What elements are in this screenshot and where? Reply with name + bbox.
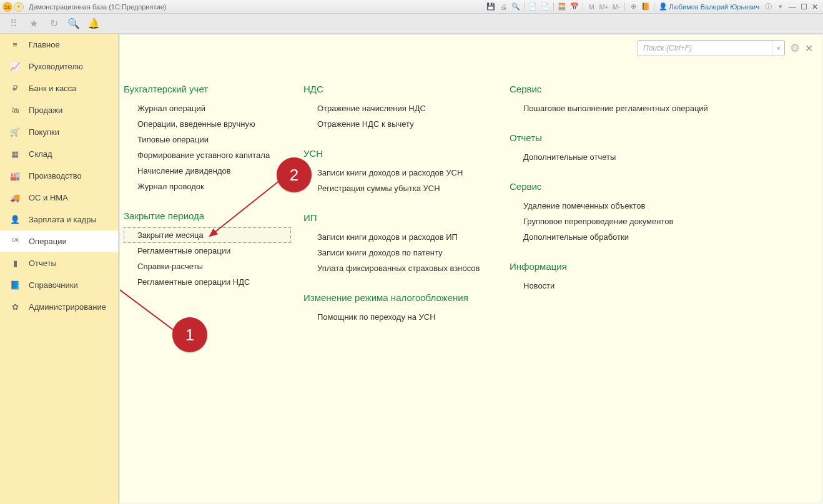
group-tax-mode: Изменение режима налогообложения <box>303 292 497 303</box>
group-ip: ИП <box>303 212 497 223</box>
dropdown-icon[interactable]: ▾ <box>775 1 786 12</box>
print-icon[interactable]: 🖨 <box>498 1 509 12</box>
link-nds-accrual[interactable]: Отражение начисления НДС <box>303 101 497 116</box>
apps-icon[interactable]: ⠿ <box>5 15 22 32</box>
link-ip-book[interactable]: Записи книги доходов и расходов ИП <box>303 229 497 245</box>
memory-m-icon[interactable]: M <box>586 1 597 12</box>
user-icon: 👤 <box>659 2 668 11</box>
annotation-badge-1: 1 <box>172 317 207 352</box>
search-icon[interactable]: 🔍 <box>65 15 82 32</box>
sidebar-item-purchase[interactable]: 🛒Покупки <box>0 121 118 143</box>
group-reports: Отчеты <box>510 132 722 143</box>
group-nds: НДС <box>303 84 497 94</box>
gear-icon: ✿ <box>9 301 21 314</box>
chart-up-icon: 📈 <box>9 61 21 73</box>
user-name[interactable]: 👤Любимов Валерий Юрьевич <box>659 2 759 11</box>
link-ip-patent[interactable]: Записи книги доходов по патенту <box>303 245 497 260</box>
save-icon[interactable]: 💾 <box>485 1 496 12</box>
link-nds-deduction[interactable]: Отражение НДС к вычету <box>303 116 497 132</box>
link-reg-operations[interactable]: Регламентные операции <box>124 243 291 259</box>
doc1-icon[interactable]: 📄 <box>527 1 538 12</box>
book-icon: 📘 <box>9 279 21 292</box>
group-usn: УСН <box>303 148 497 159</box>
link-usn-loss[interactable]: Регистрация суммы убытка УСН <box>303 180 497 196</box>
group-info: Информация <box>510 261 722 272</box>
bell-icon[interactable]: 🔔 <box>85 15 102 32</box>
sidebar-item-admin[interactable]: ✿Администрирование <box>0 296 118 318</box>
link-dividends[interactable]: Начисление дивидендов <box>124 163 291 179</box>
link-extra-processing[interactable]: Дополнительные обработки <box>510 229 722 245</box>
sidebar-item-sales[interactable]: 🛍Продажи <box>0 99 118 121</box>
app-logo-icon: 1c <box>2 2 12 12</box>
link-group-repost[interactable]: Групповое перепроведение документов <box>510 214 722 229</box>
settings-gear-icon[interactable]: ⚙ <box>790 41 800 55</box>
link-ip-fixed[interactable]: Уплата фиксированных страховых взносов <box>303 260 497 276</box>
link-journal-operations[interactable]: Журнал операций <box>124 101 291 116</box>
app-menu-dropdown[interactable]: ▾ <box>14 2 24 12</box>
sidebar-item-manager[interactable]: 📈Руководителю <box>0 56 118 77</box>
sidebar-item-operations[interactable]: ᴰᴷОперации <box>0 230 118 252</box>
zoom-in-icon[interactable]: ⊕ <box>628 1 639 12</box>
memory-mminus-icon[interactable]: M- <box>611 1 622 12</box>
search-input[interactable] <box>638 44 772 52</box>
link-usn-switch[interactable]: Помощник по переходу на УСН <box>303 309 497 325</box>
bars-icon: ▮ <box>9 257 21 270</box>
sidebar-item-bank[interactable]: ₽Банк и касса <box>0 77 118 99</box>
group-accounting: Бухгалтерский учет <box>124 84 291 94</box>
link-news[interactable]: Новости <box>510 278 722 294</box>
close-panel-button[interactable]: ✕ <box>805 42 813 54</box>
search-clear-button[interactable]: × <box>772 41 784 56</box>
memory-mplus-icon[interactable]: M+ <box>598 1 609 12</box>
group-period-close: Закрытие периода <box>124 210 291 221</box>
grid-icon: ▦ <box>9 148 21 161</box>
info-icon[interactable]: ⓘ <box>762 1 774 12</box>
link-typical-operations[interactable]: Типовые операции <box>124 132 291 147</box>
titlebar: 1c ▾ Демонстрационная база (1С:Предприят… <box>0 0 823 14</box>
factory-icon: 🏭 <box>9 170 21 182</box>
sidebar-item-main[interactable]: ≡Главное <box>0 34 118 56</box>
toolbar: ⠿ ★ ↻ 🔍 🔔 <box>0 14 823 34</box>
sidebar-item-reports[interactable]: ▮Отчеты <box>0 252 118 274</box>
sidebar-item-assets[interactable]: 🚚ОС и НМА <box>0 187 118 209</box>
bag-icon: 🛍 <box>9 104 21 117</box>
link-manual-operations[interactable]: Операции, введенные вручную <box>124 116 291 132</box>
menu-icon: ≡ <box>9 39 21 51</box>
group-service2: Сервис <box>510 181 722 192</box>
link-entries-journal[interactable]: Журнал проводок <box>124 179 291 194</box>
dtkt-icon: ᴰᴷ <box>9 235 21 248</box>
link-usn-book[interactable]: Записи книги доходов и расходов УСН <box>303 165 497 180</box>
maximize-button[interactable]: ☐ <box>798 1 809 12</box>
sidebar-item-hr[interactable]: 👤Зарплата и кадры <box>0 209 118 230</box>
annotation-badge-2: 2 <box>277 157 312 192</box>
group-service1: Сервис <box>510 84 722 94</box>
main-panel: × ⚙ ✕ Бухгалтерский учет Журнал операций… <box>119 34 822 503</box>
person-icon: 👤 <box>9 214 21 226</box>
favorite-icon[interactable]: ★ <box>25 15 42 32</box>
history-icon[interactable]: ↻ <box>45 15 62 32</box>
link-reg-operations-nds[interactable]: Регламентные операции НДС <box>124 274 291 290</box>
sidebar: ≡Главное 📈Руководителю ₽Банк и касса 🛍Пр… <box>0 34 119 504</box>
calc-icon[interactable]: 🧮 <box>556 1 568 12</box>
search-field[interactable]: × <box>638 40 785 56</box>
ruble-icon: ₽ <box>9 82 21 95</box>
link-delete-marked[interactable]: Удаление помеченных объектов <box>510 198 722 214</box>
link-calc-references[interactable]: Справки-расчеты <box>124 259 291 274</box>
calendar-icon[interactable]: 📅 <box>569 1 580 12</box>
sidebar-item-warehouse[interactable]: ▦Склад <box>0 143 118 165</box>
link-extra-reports[interactable]: Дополнительные отчеты <box>510 149 722 165</box>
preview-icon[interactable]: 🔍 <box>510 1 521 12</box>
window-title: Демонстрационная база (1С:Предприятие) <box>29 3 166 11</box>
sidebar-item-production[interactable]: 🏭Производство <box>0 165 118 187</box>
sidebar-item-references[interactable]: 📘Справочники <box>0 274 118 296</box>
link-equity-formation[interactable]: Формирование уставного капитала <box>124 147 291 163</box>
book-icon[interactable]: 📙 <box>640 1 651 12</box>
minimize-button[interactable]: — <box>787 1 798 12</box>
link-month-close[interactable]: Закрытие месяца <box>124 227 291 243</box>
close-button[interactable]: ✕ <box>809 1 821 12</box>
truck-icon: 🚚 <box>9 192 21 204</box>
cart-icon: 🛒 <box>9 126 21 139</box>
link-stepwise-reg[interactable]: Пошаговое выполнение регламентных операц… <box>510 101 722 116</box>
doc2-icon[interactable]: 📄 <box>540 1 551 12</box>
